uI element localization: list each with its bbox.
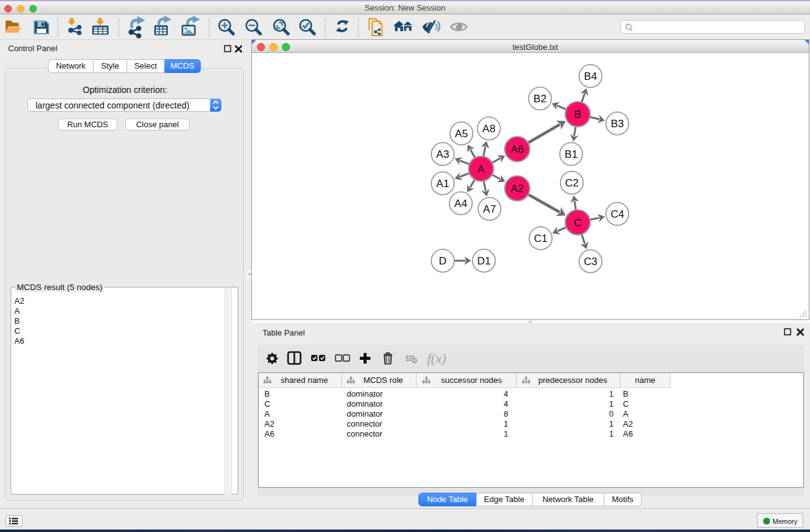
svg-text:C1: C1 <box>534 233 547 244</box>
svg-text:B2: B2 <box>534 93 547 105</box>
svg-text:C4: C4 <box>610 208 624 220</box>
svg-text:D: D <box>439 255 446 267</box>
svg-text:B: B <box>574 109 581 120</box>
svg-text:B1: B1 <box>565 148 578 160</box>
svg-text:A: A <box>478 163 485 175</box>
svg-text:A2: A2 <box>511 183 524 195</box>
svg-text:C3: C3 <box>584 256 597 268</box>
svg-text:D1: D1 <box>477 255 491 267</box>
svg-text:A3: A3 <box>436 148 450 160</box>
svg-text:A8: A8 <box>483 123 496 135</box>
svg-text:A7: A7 <box>483 203 496 215</box>
svg-text:f(x): f(x) <box>427 351 446 366</box>
svg-text:C2: C2 <box>565 177 579 189</box>
svg-text:A6: A6 <box>511 143 524 155</box>
svg-text:B3: B3 <box>611 118 624 130</box>
svg-text:C: C <box>574 217 581 229</box>
svg-text:A4: A4 <box>455 198 468 210</box>
svg-text:A1: A1 <box>436 178 450 190</box>
svg-text:B4: B4 <box>584 70 597 82</box>
svg-text:A5: A5 <box>455 128 468 140</box>
